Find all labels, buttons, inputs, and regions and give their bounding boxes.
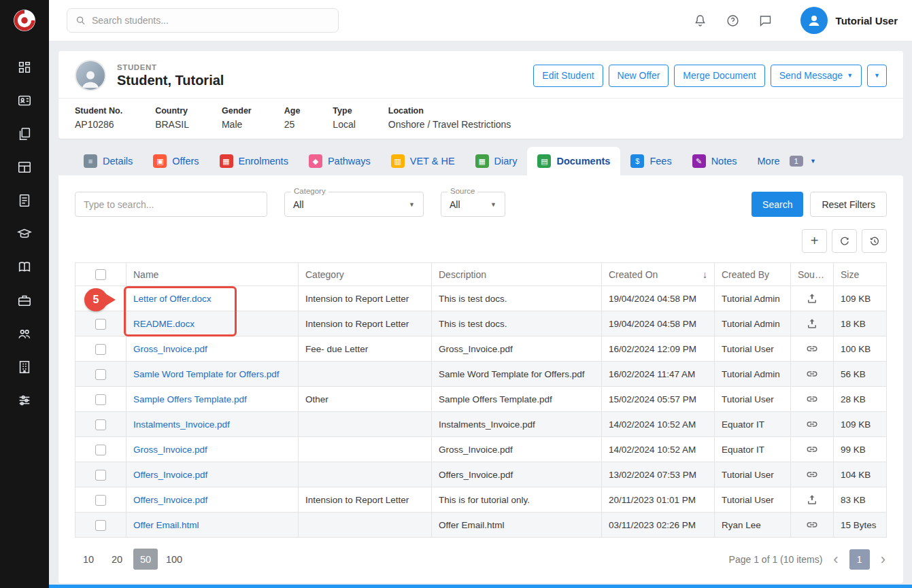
file-link[interactable]: Gross_Invoice.pdf (133, 445, 207, 455)
agents-icon[interactable] (17, 326, 32, 341)
page-size-20[interactable]: 20 (105, 549, 129, 570)
cell-category: Intension to Report Letter (299, 311, 432, 336)
help-icon[interactable] (726, 13, 741, 28)
history-icon (868, 235, 881, 247)
cell-description: Offer Email.html (432, 513, 602, 538)
more-actions-dropdown-button[interactable]: ▼ (867, 65, 887, 87)
col-created-by[interactable]: Created By (715, 263, 791, 286)
file-link[interactable]: Offer Email.html (133, 520, 199, 530)
merge-document-button[interactable]: Merge Document (674, 65, 764, 87)
row-checkbox[interactable] (95, 369, 106, 380)
global-search-input[interactable] (92, 15, 330, 26)
documents-icon: ▤ (537, 154, 551, 168)
page-size-50[interactable]: 50 (133, 549, 158, 570)
organisation-icon[interactable] (17, 360, 32, 375)
settings-icon[interactable] (17, 393, 32, 408)
row-checkbox[interactable] (95, 445, 106, 455)
edit-student-button[interactable]: Edit Student (533, 65, 603, 87)
tab-documents[interactable]: ▤Documents (527, 147, 620, 175)
file-link[interactable]: README.docx (133, 319, 195, 329)
table-row: Gross_Invoice.pdfGross_Invoice.pdf14/02/… (75, 437, 887, 462)
document-search-input[interactable] (75, 192, 267, 217)
pathways-icon: ◆ (309, 154, 322, 168)
row-checkbox[interactable] (95, 394, 106, 405)
page-size-100[interactable]: 100 (162, 549, 186, 570)
cell-size: 104 KB (834, 462, 887, 487)
app-logo[interactable] (0, 0, 49, 41)
file-link[interactable]: Sample Offers Template.pdf (133, 394, 247, 404)
library-icon[interactable] (17, 260, 32, 275)
tab-enrolments[interactable]: ▦Enrolments (209, 147, 299, 175)
cell-category (299, 513, 432, 538)
documents-table-wrap: Name Category Description Created On↓ Cr… (75, 262, 887, 538)
chevron-down-icon: ▼ (399, 201, 415, 208)
row-checkbox[interactable] (95, 419, 106, 430)
cell-size: 109 KB (834, 412, 887, 437)
col-description[interactable]: Description (432, 263, 602, 286)
col-size[interactable]: Size (834, 263, 887, 286)
cell-description: Samle Word Template for Offers.pdf (432, 362, 602, 387)
tab-details[interactable]: ≡Details (73, 147, 143, 175)
bell-icon[interactable] (693, 13, 708, 28)
user-menu[interactable]: Tutorial User (800, 7, 898, 34)
page-size-10[interactable]: 10 (76, 549, 101, 570)
history-button[interactable] (862, 229, 887, 253)
current-page-button[interactable]: 1 (849, 549, 870, 570)
tab-more[interactable]: More1▼ (747, 147, 826, 175)
new-offer-button[interactable]: New Offer (609, 65, 669, 87)
courses-icon[interactable] (17, 226, 32, 241)
student-header-card: STUDENT Student, Tutorial Edit Student N… (58, 51, 903, 139)
cell-created-on: 16/02/2024 12:09 PM (602, 336, 715, 362)
cell-created-on: 19/04/2024 04:58 PM (602, 311, 715, 336)
col-name[interactable]: Name (126, 263, 299, 286)
refresh-button[interactable] (832, 229, 857, 253)
col-source[interactable]: Source (791, 263, 834, 286)
dashboard-icon[interactable] (17, 60, 32, 75)
tab-fees[interactable]: $Fees (620, 147, 681, 175)
global-search[interactable] (67, 8, 339, 33)
file-link[interactable]: Instalments_Invoice.pdf (133, 419, 230, 430)
file-link[interactable]: Samle Word Template for Offers.pdf (133, 369, 280, 379)
send-message-button[interactable]: Send Message▼ (771, 65, 862, 87)
tab-pathways[interactable]: ◆Pathways (299, 147, 381, 175)
cell-created-on: 13/02/2024 07:53 PM (602, 462, 715, 487)
file-link[interactable]: Letter of Offer.docx (133, 294, 212, 304)
chat-icon[interactable] (758, 13, 773, 28)
col-category[interactable]: Category (299, 263, 432, 286)
category-select[interactable]: Category All ▼ (284, 192, 424, 217)
row-checkbox[interactable] (95, 520, 106, 531)
row-checkbox[interactable] (95, 319, 106, 330)
search-button[interactable]: Search (751, 192, 803, 217)
chevron-right-icon[interactable]: › (881, 552, 885, 567)
cell-created-by: Tutorial Admin (715, 362, 791, 387)
file-link[interactable]: Offers_Invoice.pdf (133, 470, 207, 480)
briefcase-icon[interactable] (17, 293, 32, 308)
chevron-down-icon: ▼ (810, 158, 816, 165)
reset-filters-button[interactable]: Reset Filters (810, 192, 887, 217)
app-root: Tutorial User STUDENT Student, Tutorial … (0, 0, 912, 588)
student-tabs: ≡Details ▣Offers ▦Enrolments ◆Pathways ▥… (58, 147, 903, 175)
tab-offers[interactable]: ▣Offers (143, 147, 209, 175)
cell-created-by: Tutorial User (715, 336, 791, 362)
cell-created-by: Equator IT (715, 437, 791, 462)
invoices-icon[interactable] (17, 193, 32, 208)
layout-icon[interactable] (17, 160, 32, 175)
tab-diary[interactable]: ▦Diary (465, 147, 528, 175)
contacts-icon[interactable] (17, 93, 32, 108)
file-link[interactable]: Offers_Invoice.pdf (133, 495, 207, 505)
row-checkbox[interactable] (95, 344, 106, 355)
file-link[interactable]: Gross_Invoice.pdf (133, 344, 207, 354)
tab-vet-he[interactable]: ▥VET & HE (381, 147, 465, 175)
documents-icon[interactable] (17, 126, 32, 141)
cell-description: Instalments_Invoice.pdf (432, 412, 602, 437)
select-all-checkbox[interactable] (95, 269, 106, 280)
chevron-left-icon[interactable]: ‹ (833, 552, 838, 567)
row-checkbox[interactable] (95, 470, 106, 481)
row-checkbox[interactable] (95, 495, 106, 506)
tab-notes[interactable]: ✎Notes (682, 147, 747, 175)
source-select[interactable]: Source All ▼ (441, 192, 505, 217)
table-header-row: Name Category Description Created On↓ Cr… (75, 263, 887, 286)
add-document-button[interactable]: + (802, 229, 827, 253)
col-created-on[interactable]: Created On↓ (602, 263, 715, 286)
cell-size: 109 KB (834, 286, 887, 311)
